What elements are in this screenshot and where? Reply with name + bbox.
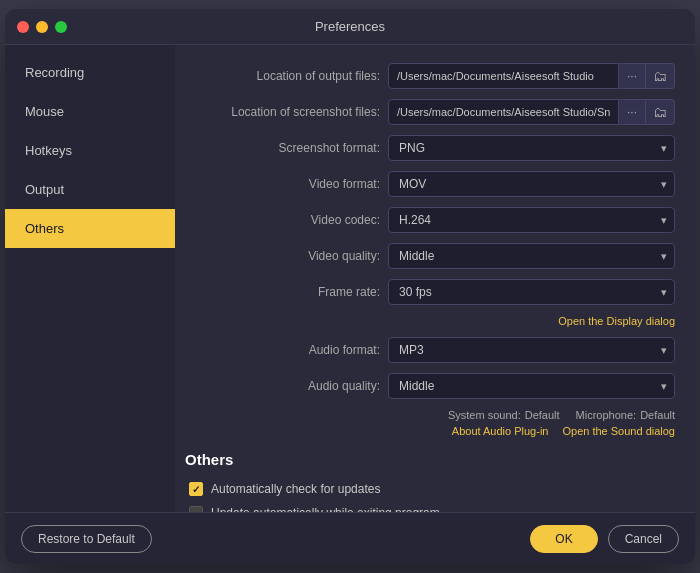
auto-check-updates-checkbox[interactable]	[189, 482, 203, 496]
screenshot-files-dots-button[interactable]: ···	[619, 99, 646, 125]
screenshot-format-row: Screenshot format: PNG JPG BMP ▾	[185, 135, 675, 161]
sidebar-item-mouse[interactable]: Mouse	[5, 92, 175, 131]
folder-icon: 🗂	[653, 68, 667, 84]
frame-rate-row: Frame rate: 30 fps 60 fps 24 fps ▾	[185, 279, 675, 305]
frame-rate-select[interactable]: 30 fps 60 fps 24 fps	[388, 279, 675, 305]
audio-quality-select[interactable]: High Middle Low	[388, 373, 675, 399]
video-quality-row: Video quality: High Middle Low ▾	[185, 243, 675, 269]
output-files-folder-button[interactable]: 🗂	[646, 63, 675, 89]
screenshot-files-input-group: ··· 🗂	[388, 99, 675, 125]
frame-rate-wrapper: 30 fps 60 fps 24 fps ▾	[388, 279, 675, 305]
audio-quality-row: Audio quality: High Middle Low ▾	[185, 373, 675, 399]
sidebar-item-recording[interactable]: Recording	[5, 53, 175, 92]
screenshot-format-select[interactable]: PNG JPG BMP	[388, 135, 675, 161]
video-codec-label: Video codec:	[185, 213, 380, 227]
video-codec-wrapper: H.264 H.265 ▾	[388, 207, 675, 233]
video-codec-row: Video codec: H.264 H.265 ▾	[185, 207, 675, 233]
sidebar-item-others[interactable]: Others	[5, 209, 175, 248]
video-format-wrapper: MOV MP4 AVI ▾	[388, 171, 675, 197]
settings-panel: Location of output files: ··· 🗂 Location…	[175, 45, 695, 512]
open-display-dialog-link[interactable]: Open the Display dialog	[558, 315, 675, 327]
screenshot-files-folder-button[interactable]: 🗂	[646, 99, 675, 125]
display-dialog-row: Open the Display dialog	[185, 315, 675, 327]
audio-format-select[interactable]: MP3 AAC WAV	[388, 337, 675, 363]
footer-right: OK Cancel	[530, 525, 679, 553]
sidebar-item-hotkeys[interactable]: Hotkeys	[5, 131, 175, 170]
audio-format-row: Audio format: MP3 AAC WAV ▾	[185, 337, 675, 363]
video-quality-wrapper: High Middle Low ▾	[388, 243, 675, 269]
video-quality-select[interactable]: High Middle Low	[388, 243, 675, 269]
window-title: Preferences	[315, 19, 385, 34]
minimize-button[interactable]	[36, 21, 48, 33]
ok-button[interactable]: OK	[530, 525, 597, 553]
footer-left: Restore to Default	[21, 525, 152, 553]
about-audio-plugin-link[interactable]: About Audio Plug-in	[452, 425, 549, 437]
output-files-input[interactable]	[388, 63, 619, 89]
audio-quality-wrapper: High Middle Low ▾	[388, 373, 675, 399]
output-files-dots-button[interactable]: ···	[619, 63, 646, 89]
screenshot-format-label: Screenshot format:	[185, 141, 380, 155]
screenshot-files-row: Location of screenshot files: ··· 🗂	[185, 99, 675, 125]
close-button[interactable]	[17, 21, 29, 33]
sidebar: Recording Mouse Hotkeys Output Others	[5, 45, 175, 512]
folder-icon-2: 🗂	[653, 104, 667, 120]
output-files-row: Location of output files: ··· 🗂	[185, 63, 675, 89]
footer: Restore to Default OK Cancel	[5, 512, 695, 564]
audio-links-row: About Audio Plug-in Open the Sound dialo…	[185, 425, 675, 437]
others-section: Others Automatically check for updates U…	[185, 451, 675, 512]
audio-section: Audio format: MP3 AAC WAV ▾ Audio qualit…	[185, 337, 675, 437]
open-sound-dialog-link[interactable]: Open the Sound dialog	[562, 425, 675, 437]
auto-check-updates-row: Automatically check for updates	[185, 482, 675, 496]
microphone-status: Microphone: Default	[576, 409, 675, 421]
audio-format-label: Audio format:	[185, 343, 380, 357]
video-format-label: Video format:	[185, 177, 380, 191]
window-controls	[17, 21, 67, 33]
frame-rate-label: Frame rate:	[185, 285, 380, 299]
title-bar: Preferences	[5, 9, 695, 45]
system-sound-value: Default	[525, 409, 560, 421]
screenshot-files-input[interactable]	[388, 99, 619, 125]
video-codec-select[interactable]: H.264 H.265	[388, 207, 675, 233]
audio-status-row: System sound: Default Microphone: Defaul…	[185, 409, 675, 421]
screenshot-files-label: Location of screenshot files:	[185, 105, 380, 119]
output-files-input-group: ··· 🗂	[388, 63, 675, 89]
maximize-button[interactable]	[55, 21, 67, 33]
main-content-area: Recording Mouse Hotkeys Output Others Lo…	[5, 45, 695, 512]
microphone-label: Microphone:	[576, 409, 637, 421]
preferences-window: Preferences Recording Mouse Hotkeys Outp…	[5, 9, 695, 564]
microphone-value: Default	[640, 409, 675, 421]
cancel-button[interactable]: Cancel	[608, 525, 679, 553]
screenshot-format-wrapper: PNG JPG BMP ▾	[388, 135, 675, 161]
system-sound-label: System sound:	[448, 409, 521, 421]
audio-quality-label: Audio quality:	[185, 379, 380, 393]
auto-check-updates-label: Automatically check for updates	[211, 482, 380, 496]
output-files-label: Location of output files:	[185, 69, 380, 83]
video-format-select[interactable]: MOV MP4 AVI	[388, 171, 675, 197]
sidebar-item-output[interactable]: Output	[5, 170, 175, 209]
system-sound-status: System sound: Default	[448, 409, 560, 421]
restore-default-button[interactable]: Restore to Default	[21, 525, 152, 553]
video-format-row: Video format: MOV MP4 AVI ▾	[185, 171, 675, 197]
video-quality-label: Video quality:	[185, 249, 380, 263]
audio-format-wrapper: MP3 AAC WAV ▾	[388, 337, 675, 363]
others-section-title: Others	[185, 451, 675, 468]
